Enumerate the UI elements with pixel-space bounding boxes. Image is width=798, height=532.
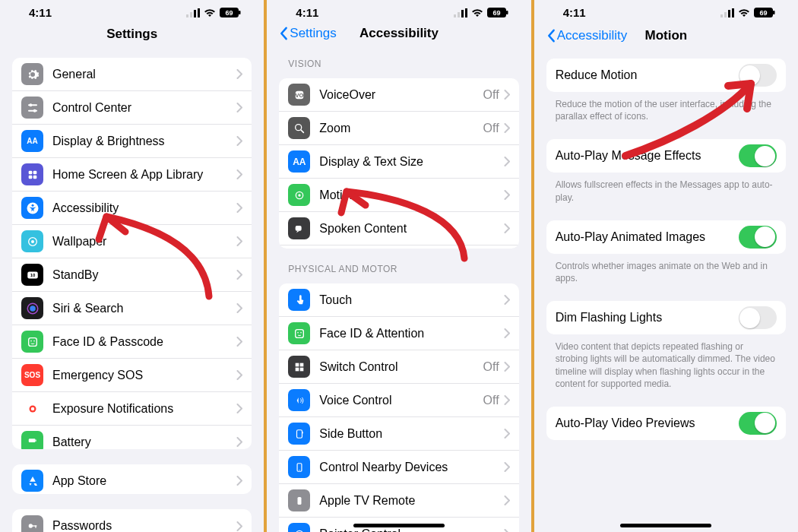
row-accessibility[interactable]: Accessibility [12, 192, 252, 225]
svg-point-18 [31, 240, 34, 243]
chevron-right-icon [236, 476, 242, 486]
nav-bar: Settings Accessibility [274, 21, 523, 46]
row-motion[interactable]: Motion [279, 179, 518, 212]
chevron-right-icon [504, 496, 510, 505]
status-bar: 4:11 69 [274, 0, 523, 21]
svg-rect-63 [720, 14, 723, 17]
row-faceid-att[interactable]: Face ID & Attention [279, 317, 518, 350]
row-touch[interactable]: Touch [279, 283, 518, 317]
row-label: Wallpaper [52, 235, 236, 249]
chevron-right-icon [504, 123, 510, 133]
row-label: Auto-Play Video Previews [556, 416, 739, 430]
row-wallpaper[interactable]: Wallpaper [12, 225, 252, 258]
chevron-right-icon [504, 190, 510, 200]
battery-icon: 69 [754, 8, 775, 17]
tvremote-icon [288, 489, 310, 511]
back-label: Accessibility [557, 28, 628, 43]
screen-motion: 4:11 69 Accessibility Motion Reduce Moti… [534, 0, 798, 532]
svg-rect-5 [239, 11, 241, 14]
row-siri[interactable]: Siri & Search [12, 292, 252, 325]
svg-rect-3 [198, 8, 200, 17]
section-header-vision: Vision [274, 46, 523, 74]
row-text-size[interactable]: AA Display & Text Size [279, 145, 518, 179]
signal-icon [186, 8, 200, 17]
svg-rect-38 [506, 11, 508, 14]
svg-rect-48 [295, 330, 303, 338]
row-standby[interactable]: 10 StandBy [12, 258, 252, 292]
row-faceid-passcode[interactable]: Face ID & Passcode [12, 325, 252, 359]
voice-icon [288, 389, 310, 411]
row-home-screen[interactable]: Home Screen & App Library [12, 158, 252, 192]
screen-accessibility: 4:11 69 Settings Accessibility Vision VO… [267, 0, 530, 532]
svg-rect-56 [302, 432, 302, 433]
toggle-autoplay-anim[interactable] [739, 226, 777, 249]
row-battery[interactable]: Battery [12, 426, 252, 449]
chevron-right-icon [504, 157, 510, 166]
svg-point-30 [28, 524, 32, 528]
row-appstore[interactable]: App Store [12, 464, 252, 495]
row-label: Switch Control [319, 360, 483, 374]
svg-rect-23 [28, 337, 36, 346]
svg-rect-11 [28, 170, 32, 174]
chevron-right-icon [236, 270, 242, 280]
row-passwords[interactable]: Passwords [12, 509, 252, 532]
passwords-icon [21, 515, 43, 532]
chevron-right-icon [504, 429, 510, 439]
chevron-right-icon [504, 328, 510, 338]
row-dim-flashing[interactable]: Dim Flashing Lights [546, 301, 786, 334]
row-appletv-remote[interactable]: Apple TV Remote [279, 484, 518, 518]
row-voiceover[interactable]: VO VoiceOver Off [279, 78, 518, 112]
svg-text:69: 69 [492, 9, 500, 17]
chevron-right-icon [504, 362, 510, 372]
svg-rect-12 [33, 170, 36, 174]
chevron-right-icon [236, 103, 242, 112]
back-button[interactable]: Accessibility [546, 28, 628, 43]
toggle-dim-flashing[interactable] [739, 306, 777, 329]
toggle-autoplay-video[interactable] [739, 412, 777, 435]
chevron-right-icon [504, 295, 510, 305]
row-label: Spoken Content [319, 222, 503, 236]
chevron-right-icon [504, 395, 510, 405]
wallpaper-icon [21, 230, 43, 252]
row-reduce-motion[interactable]: Reduce Motion [546, 59, 786, 92]
chevron-right-icon [236, 337, 242, 347]
nearby-icon [288, 456, 310, 478]
row-exposure[interactable]: Exposure Notifications [12, 392, 252, 426]
row-label: Control Center [52, 101, 236, 115]
status-indicators: 69 [186, 8, 241, 17]
row-control-center[interactable]: Control Center [12, 91, 252, 125]
row-autoplay-video[interactable]: Auto-Play Video Previews [546, 407, 786, 440]
aa-icon: AA [288, 150, 310, 173]
display-icon: AA [21, 130, 43, 152]
screen-settings: 4:11 69 Settings General Control Center … [0, 0, 264, 532]
row-label: Pointer Control [319, 527, 503, 532]
svg-rect-32 [35, 526, 36, 528]
row-display-brightness[interactable]: AA Display & Brightness [12, 125, 252, 158]
chevron-right-icon [504, 529, 510, 532]
back-button[interactable]: Settings [279, 26, 336, 41]
chevron-left-icon [546, 29, 556, 43]
chevron-right-icon [236, 303, 242, 313]
svg-rect-36 [465, 8, 467, 17]
row-autoplay-msg[interactable]: Auto-Play Message Effects [546, 139, 786, 173]
chevron-right-icon [236, 437, 242, 447]
svg-rect-54 [299, 368, 303, 372]
toggle-autoplay-msg[interactable] [739, 144, 777, 167]
row-autoplay-anim[interactable]: Auto-Play Animated Images [546, 220, 786, 254]
signal-icon [720, 8, 734, 17]
row-value: Off [483, 122, 499, 135]
row-audio-desc[interactable]: Audio Descriptions Off [279, 245, 518, 249]
toggle-reduce-motion[interactable] [739, 64, 777, 87]
row-zoom[interactable]: Zoom Off [279, 112, 518, 145]
toggle-group-dim-flashing: Dim Flashing Lights [546, 301, 786, 334]
row-side-button[interactable]: Side Button [279, 417, 518, 451]
row-voice-control[interactable]: Voice Control Off [279, 384, 518, 417]
row-spoken-content[interactable]: Spoken Content [279, 212, 518, 245]
row-general[interactable]: General [12, 58, 252, 91]
appstore-icon [21, 470, 43, 492]
pointer-icon [288, 523, 310, 532]
row-switch-control[interactable]: Switch Control Off [279, 350, 518, 384]
row-emergency-sos[interactable]: SOS Emergency SOS [12, 359, 252, 392]
status-indicators: 69 [720, 8, 775, 17]
row-nearby-devices[interactable]: Control Nearby Devices [279, 451, 518, 484]
